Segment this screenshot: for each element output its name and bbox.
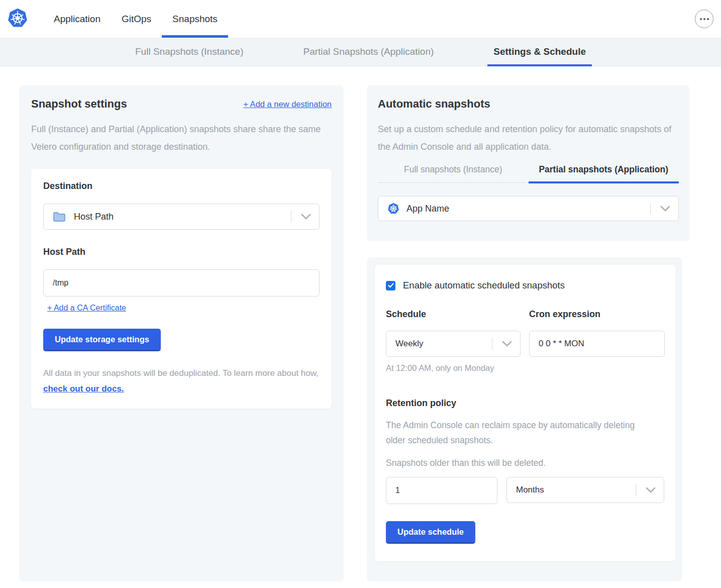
schedule-interval-select[interactable]: Weekly [386,331,521,357]
destination-select-value: Host Path [74,212,114,222]
add-new-destination-link[interactable]: + Add a new destination [243,100,332,109]
app-select[interactable]: App Name [378,196,679,221]
schedule-interval-value: Weekly [395,339,423,349]
schedule-panel: Enable automatic scheduled snapshots Sch… [375,265,676,561]
main-nav: Application GitOps Snapshots [43,0,228,38]
retention-policy-title: Retention policy [386,398,665,409]
chevron-down-icon [646,487,656,493]
schedule-section: Enable automatic scheduled snapshots Sch… [367,257,682,581]
host-path-input[interactable] [43,269,320,297]
update-storage-settings-button[interactable]: Update storage settings [43,329,161,351]
top-nav: Application GitOps Snapshots [0,0,721,38]
automatic-snapshots-description: Set up a custom schedule and retention p… [378,121,679,156]
add-ca-certificate-link[interactable]: + Add a CA Certificate [47,304,126,313]
ellipsis-icon [700,18,702,20]
tab-full-snapshots-instance[interactable]: Full Snapshots (Instance) [129,38,249,66]
destination-label: Destination [43,181,92,191]
update-schedule-button[interactable]: Update schedule [386,521,475,544]
host-path-label: Host Path [43,247,320,257]
folder-icon [53,211,66,222]
automatic-snapshots-title: Automatic snapshots [378,97,679,111]
schedule-label: Schedule [386,309,521,320]
checkmark-icon [388,283,394,288]
tab-auto-partial-snapshots[interactable]: Partial snapshots (Application) [529,164,679,182]
chevron-down-icon [502,341,512,347]
select-divider [636,484,636,496]
chevron-down-icon [301,214,311,220]
retention-unit-value: Months [516,485,544,495]
cron-human-readable: At 12:00 AM, only on Monday [386,363,521,373]
retention-hint: Snapshots older than this will be delete… [386,458,665,468]
nav-item-application[interactable]: Application [43,0,111,38]
overflow-menu-button[interactable] [695,10,713,28]
tab-auto-full-snapshots[interactable]: Full snapshots (Instance) [378,164,529,182]
snapshot-settings-card: Snapshot settings + Add a new destinatio… [19,85,344,581]
enable-snapshots-checkbox[interactable] [386,281,395,290]
retention-policy-description: The Admin Console can reclaim space by a… [386,418,647,448]
retention-value-input[interactable] [386,477,497,504]
app-select-value: App Name [406,204,449,214]
snapshot-settings-title: Snapshot settings [31,97,127,111]
main-content: Snapshot settings + Add a new destinatio… [0,66,721,581]
storage-settings-panel: Destination Host Path Host Path + Add a … [31,169,332,409]
right-column: Automatic snapshots Set up a custom sche… [367,85,690,581]
snapshots-subnav: Full Snapshots (Instance) Partial Snapsh… [0,38,721,66]
ellipsis-icon [703,18,705,20]
ellipsis-icon [707,18,709,20]
cron-expression-input[interactable] [529,331,665,357]
select-divider [492,338,492,350]
nav-item-gitops[interactable]: GitOps [111,0,162,38]
docs-link[interactable]: check out our docs. [43,384,124,394]
select-divider [291,211,291,223]
destination-select[interactable]: Host Path [43,204,320,230]
enable-snapshots-label: Enable automatic scheduled snapshots [403,280,565,291]
automatic-snapshots-card: Automatic snapshots Set up a custom sche… [367,85,690,241]
snapshot-settings-description: Full (Instance) and Partial (Application… [31,121,324,156]
tab-settings-schedule[interactable]: Settings & Schedule [487,38,592,66]
automatic-snapshots-tabs: Full snapshots (Instance) Partial snapsh… [378,164,679,183]
dedupe-note-text: All data in your snapshots will be dedup… [43,368,319,378]
retention-unit-select[interactable]: Months [506,477,664,503]
tab-partial-snapshots-application[interactable]: Partial Snapshots (Application) [297,38,440,66]
kubernetes-logo-icon [7,8,28,29]
select-divider [650,203,651,214]
cron-expression-label: Cron expression [529,309,665,320]
dedupe-note: All data in your snapshots will be dedup… [43,365,319,397]
kubernetes-app-icon [387,203,399,215]
chevron-down-icon [660,206,670,212]
nav-item-snapshots[interactable]: Snapshots [162,0,228,38]
